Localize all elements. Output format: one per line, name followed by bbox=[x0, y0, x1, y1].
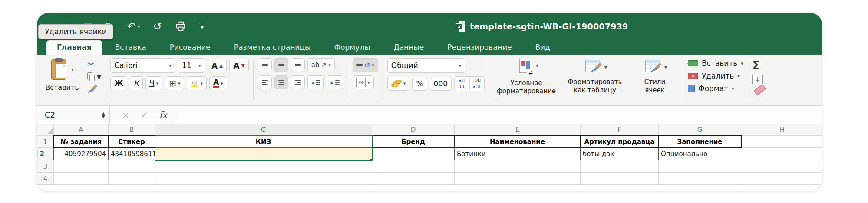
cell-d3[interactable] bbox=[372, 160, 455, 173]
cell-styles-button[interactable]: ▾ Стилиячеек bbox=[631, 58, 679, 95]
cut-button[interactable]: ✂ bbox=[87, 60, 101, 69]
increase-font-button[interactable]: А▲ bbox=[208, 59, 227, 72]
cell-d4[interactable] bbox=[372, 173, 455, 185]
row-header-1[interactable]: 1 bbox=[37, 136, 54, 148]
row-header-2[interactable]: 2 bbox=[37, 148, 54, 160]
cell-d2[interactable] bbox=[372, 148, 455, 160]
autosum-button[interactable]: Σ bbox=[752, 59, 766, 72]
enter-icon[interactable]: ✓ bbox=[141, 110, 148, 120]
format-as-table-button[interactable]: ▾ Форматироватькак таблицу bbox=[562, 58, 627, 95]
clear-button[interactable] bbox=[753, 84, 766, 95]
merge-center-button[interactable]: ↔▾ bbox=[353, 75, 374, 89]
decrease-indent-button[interactable]: ◂ bbox=[307, 75, 324, 89]
format-cells-button[interactable]: Формат▾ bbox=[688, 84, 743, 93]
tab-insert[interactable]: Вставка bbox=[105, 40, 157, 55]
font-name-select[interactable]: Calibri▾ bbox=[110, 58, 175, 73]
tab-formulas[interactable]: Формулы bbox=[323, 40, 380, 55]
cell-c4[interactable] bbox=[155, 173, 372, 185]
cell-c2-active[interactable] bbox=[155, 148, 372, 160]
cell-g4[interactable] bbox=[659, 173, 741, 185]
fill-color-button[interactable]: ▾ bbox=[187, 76, 207, 90]
col-header-f[interactable]: F bbox=[581, 124, 659, 136]
cell-f2[interactable]: боты дак bbox=[581, 148, 659, 160]
cell-e3[interactable] bbox=[455, 160, 581, 173]
col-header-g[interactable]: G bbox=[659, 124, 741, 136]
number-format-select[interactable]: Общий▾ bbox=[387, 58, 465, 73]
cell-h4[interactable] bbox=[741, 173, 822, 185]
select-all-corner[interactable] bbox=[37, 124, 54, 136]
bold-button[interactable]: Ж bbox=[110, 76, 127, 90]
cell-a2[interactable]: 4059279504 bbox=[54, 148, 109, 160]
tab-data[interactable]: Данные bbox=[383, 40, 434, 55]
insert-function-icon[interactable]: fx bbox=[159, 110, 168, 120]
cell-g1[interactable]: Заполнение bbox=[659, 136, 741, 148]
decrease-decimal-button[interactable]: ◂,0,00 bbox=[455, 77, 469, 91]
print-button[interactable] bbox=[175, 21, 186, 32]
name-box-spinner[interactable]: ▲▼ bbox=[102, 112, 105, 118]
cell-b1[interactable]: Стикер bbox=[109, 136, 155, 148]
cell-d1[interactable]: Бренд bbox=[372, 136, 455, 148]
col-header-a[interactable]: A bbox=[54, 124, 109, 136]
cell-a1[interactable]: № задания bbox=[54, 136, 109, 148]
cell-c1[interactable]: КИЗ bbox=[155, 136, 372, 148]
cell-c3[interactable] bbox=[155, 160, 372, 173]
tab-home[interactable]: Главная bbox=[46, 40, 102, 55]
percent-button[interactable]: % bbox=[412, 77, 427, 91]
cell-h1[interactable] bbox=[741, 136, 822, 148]
font-size-select[interactable]: 11▾ bbox=[178, 58, 205, 73]
wrap-text-button[interactable]: ↺▾ bbox=[353, 58, 378, 72]
increase-indent-button[interactable]: ▸ bbox=[327, 75, 343, 89]
more-commands-button[interactable]: ▾ bbox=[199, 23, 205, 30]
col-header-c[interactable]: C bbox=[155, 124, 372, 136]
delete-cells-button[interactable]: ×Удалить▾ bbox=[688, 72, 743, 80]
col-header-b[interactable]: B bbox=[109, 124, 155, 136]
col-header-h[interactable]: H bbox=[741, 124, 822, 136]
italic-button[interactable]: К bbox=[130, 76, 143, 90]
align-center-button[interactable] bbox=[274, 75, 288, 89]
conditional-formatting-button[interactable]: ≠ ▾ Условноеформатирование bbox=[494, 58, 559, 95]
copy-button[interactable]: ▾ bbox=[87, 72, 101, 81]
row-header-4[interactable]: 4 bbox=[37, 173, 54, 185]
format-painter-button[interactable] bbox=[87, 84, 101, 93]
orientation-button[interactable]: ab↗▾ bbox=[307, 58, 335, 72]
cell-g3[interactable] bbox=[659, 160, 741, 173]
cell-b4[interactable] bbox=[109, 173, 155, 185]
formula-input[interactable] bbox=[176, 106, 822, 124]
undo-button[interactable]: ↶▾ bbox=[127, 21, 140, 32]
cell-f1[interactable]: Артикул продавца bbox=[581, 136, 659, 148]
align-right-button[interactable] bbox=[291, 75, 305, 89]
font-color-button[interactable]: А▾ bbox=[209, 76, 227, 90]
cell-g2[interactable]: Опционально bbox=[659, 148, 741, 160]
align-left-button[interactable] bbox=[258, 75, 272, 89]
undo-dropdown-icon[interactable]: ▾ bbox=[138, 24, 140, 29]
cell-a4[interactable] bbox=[54, 173, 109, 185]
increase-decimal-button[interactable]: ,00▸,0 bbox=[469, 77, 485, 91]
paste-button[interactable]: ▾ Вставить bbox=[40, 58, 84, 92]
cell-h3[interactable] bbox=[741, 160, 822, 173]
align-bottom-button[interactable] bbox=[291, 58, 305, 72]
spinner-down-icon[interactable]: ▼ bbox=[102, 115, 105, 118]
tab-draw[interactable]: Рисование bbox=[159, 40, 221, 55]
thousands-separator-button[interactable]: 000 bbox=[430, 77, 452, 91]
align-top-button[interactable] bbox=[258, 58, 272, 72]
col-header-d[interactable]: D bbox=[372, 124, 455, 136]
tab-view[interactable]: Вид bbox=[525, 40, 560, 55]
col-header-e[interactable]: E bbox=[455, 124, 581, 136]
cell-e4[interactable] bbox=[455, 173, 581, 185]
align-middle-button[interactable] bbox=[274, 58, 288, 72]
cancel-icon[interactable]: × bbox=[122, 110, 129, 120]
borders-button[interactable]: ⊞▾ bbox=[165, 76, 184, 90]
name-box[interactable]: C2 ▲▼ bbox=[37, 106, 110, 124]
fill-handle[interactable] bbox=[370, 158, 372, 160]
cell-b3[interactable] bbox=[109, 160, 155, 173]
decrease-font-button[interactable]: А▼ bbox=[229, 59, 248, 72]
underline-button[interactable]: Ч▾ bbox=[145, 76, 162, 90]
cell-f4[interactable] bbox=[581, 173, 659, 185]
cell-e2[interactable]: Ботинки bbox=[455, 148, 581, 160]
insert-cells-button[interactable]: Вставить▾ bbox=[688, 59, 743, 68]
cell-b2[interactable]: 43410598611 bbox=[109, 148, 155, 160]
paste-dropdown-icon[interactable]: ▾ bbox=[71, 66, 74, 72]
cell-f3[interactable] bbox=[581, 160, 659, 173]
cell-e1[interactable]: Наименование bbox=[455, 136, 581, 148]
redo-button[interactable]: ↺ bbox=[153, 21, 162, 32]
